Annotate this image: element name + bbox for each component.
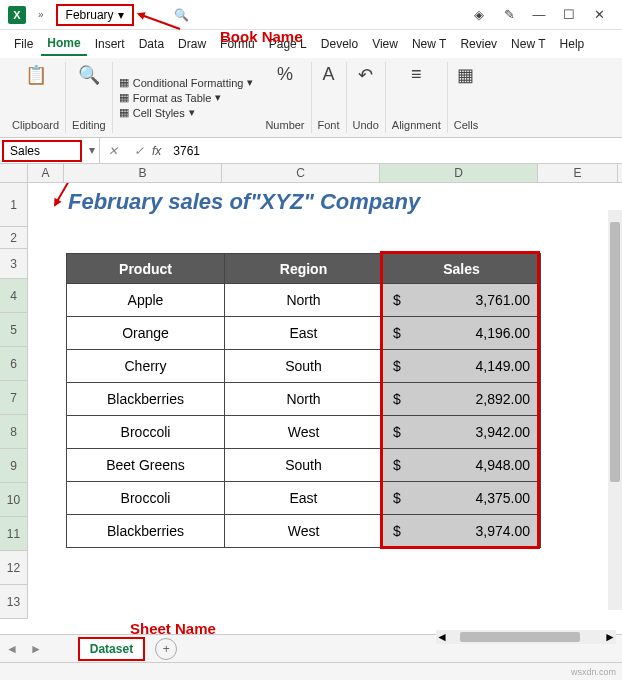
close-button[interactable]: ✕ (584, 7, 614, 22)
row-header-9[interactable]: 9 (0, 449, 28, 483)
cell-product[interactable]: Cherry (67, 350, 225, 383)
cell-region[interactable]: South (225, 350, 383, 383)
cell-region[interactable]: East (225, 317, 383, 350)
scroll-right-icon[interactable]: ► (604, 630, 616, 644)
ribbon-editing[interactable]: 🔍 Editing (66, 62, 113, 133)
sheet-nav-next[interactable]: ► (24, 642, 48, 656)
table-header-sales[interactable]: Sales (383, 254, 541, 284)
cell-sales[interactable]: $3,942.00 (383, 416, 541, 449)
menu-tab-help[interactable]: Help (554, 33, 591, 55)
ribbon-undo[interactable]: ↶ Undo (347, 62, 386, 133)
vertical-scrollbar[interactable] (608, 210, 622, 610)
cell-region[interactable]: North (225, 383, 383, 416)
menu-tab-reviev[interactable]: Reviev (454, 33, 503, 55)
title-bar: X » February ▾ 🔍 ◈ ✎ — ☐ ✕ (0, 0, 622, 30)
row-header-10[interactable]: 10 (0, 483, 28, 517)
formula-enter[interactable]: ✓ (126, 144, 152, 158)
cell-region[interactable]: West (225, 416, 383, 449)
cell-product[interactable]: Beet Greens (67, 449, 225, 482)
workbook-name-dropdown[interactable]: February ▾ (56, 4, 134, 26)
menu-tab-home[interactable]: Home (41, 32, 86, 56)
ribbon-font[interactable]: A Font (312, 62, 347, 133)
minimize-button[interactable]: — (524, 7, 554, 22)
namebox-dropdown-icon[interactable]: ▾ (84, 138, 100, 163)
menu-tab-newt[interactable]: New T (505, 33, 551, 55)
sheet-nav-prev[interactable]: ◄ (0, 642, 24, 656)
row-header-5[interactable]: 5 (0, 313, 28, 347)
search-icon[interactable]: 🔍 (174, 8, 189, 22)
row-header-12[interactable]: 12 (0, 551, 28, 585)
sheet-tab-bar: ◄ ► Dataset + ◄ ► (0, 634, 622, 662)
row-header-1[interactable]: 1 (0, 183, 28, 227)
cell-product[interactable]: Apple (67, 284, 225, 317)
menu-tab-file[interactable]: File (8, 33, 39, 55)
cell-sales[interactable]: $4,948.00 (383, 449, 541, 482)
cell-sales[interactable]: $3,761.00 (383, 284, 541, 317)
cell-sales[interactable]: $4,196.00 (383, 317, 541, 350)
sheet-tab-dataset[interactable]: Dataset (78, 637, 145, 661)
menu-tab-pagel[interactable]: Page L (263, 33, 313, 55)
row-header-7[interactable]: 7 (0, 381, 28, 415)
col-header-D[interactable]: D (380, 164, 538, 182)
conditional-formatting-button[interactable]: ▦ Conditional Formatting ▾ (119, 76, 254, 89)
diamond-icon[interactable]: ◈ (464, 7, 494, 22)
cell-sales[interactable]: $4,149.00 (383, 350, 541, 383)
cell-region[interactable]: North (225, 284, 383, 317)
row-header-11[interactable]: 11 (0, 517, 28, 551)
cell-sales[interactable]: $4,375.00 (383, 482, 541, 515)
format-as-table-button[interactable]: ▦ Format as Table ▾ (119, 91, 254, 104)
row-header-6[interactable]: 6 (0, 347, 28, 381)
font-icon: A (323, 64, 335, 85)
cell-sales[interactable]: $3,974.00 (383, 515, 541, 548)
fx-icon[interactable]: fx (152, 144, 167, 158)
formula-input[interactable]: 3761 (167, 144, 622, 158)
ribbon-styles: ▦ Conditional Formatting ▾ ▦ Format as T… (113, 62, 260, 133)
col-header-A[interactable]: A (28, 164, 64, 182)
menu-tab-data[interactable]: Data (133, 33, 170, 55)
cell-product[interactable]: Blackberries (67, 383, 225, 416)
row-header-13[interactable]: 13 (0, 585, 28, 619)
row-header-2[interactable]: 2 (0, 227, 28, 249)
undo-icon: ↶ (358, 64, 373, 86)
row-header-3[interactable]: 3 (0, 249, 28, 279)
table-header-product[interactable]: Product (67, 254, 225, 284)
table-row: BlackberriesWest$3,974.00 (67, 515, 541, 548)
pen-icon[interactable]: ✎ (494, 7, 524, 22)
cell-product[interactable]: Orange (67, 317, 225, 350)
cell-region[interactable]: East (225, 482, 383, 515)
cell-styles-button[interactable]: ▦ Cell Styles ▾ (119, 106, 254, 119)
cell-sales[interactable]: $2,892.00 (383, 383, 541, 416)
ribbon-clipboard[interactable]: 📋 Clipboard (6, 62, 66, 133)
select-all-corner[interactable] (0, 164, 28, 182)
ribbon-alignment[interactable]: ≡ Alignment (386, 62, 448, 133)
ribbon-number[interactable]: % Number (259, 62, 311, 133)
menu-tab-newt[interactable]: New T (406, 33, 452, 55)
horizontal-scrollbar[interactable]: ◄ ► (436, 630, 616, 644)
cell-product[interactable]: Broccoli (67, 482, 225, 515)
col-header-B[interactable]: B (64, 164, 222, 182)
menu-tab-insert[interactable]: Insert (89, 33, 131, 55)
name-box[interactable] (2, 140, 82, 162)
ribbon-cells[interactable]: ▦ Cells (448, 62, 484, 133)
scroll-left-icon[interactable]: ◄ (436, 630, 448, 644)
col-header-C[interactable]: C (222, 164, 380, 182)
row-header-8[interactable]: 8 (0, 415, 28, 449)
cell-region[interactable]: South (225, 449, 383, 482)
menu-tab-develo[interactable]: Develo (315, 33, 364, 55)
menu-tab-formu[interactable]: Formu (214, 33, 261, 55)
menu-tab-view[interactable]: View (366, 33, 404, 55)
cells-area[interactable]: February sales of"XYZ" Company ProductRe… (28, 183, 622, 619)
col-header-E[interactable]: E (538, 164, 618, 182)
table-header-region[interactable]: Region (225, 254, 383, 284)
quick-access-chevron-icon[interactable]: » (38, 9, 44, 20)
add-sheet-button[interactable]: + (155, 638, 177, 660)
row-header-4[interactable]: 4 (0, 279, 28, 313)
formula-cancel[interactable]: ✕ (100, 144, 126, 158)
data-table: ProductRegionSalesAppleNorth$3,761.00Ora… (66, 253, 541, 548)
maximize-button[interactable]: ☐ (554, 7, 584, 22)
cell-product[interactable]: Blackberries (67, 515, 225, 548)
menu-tab-draw[interactable]: Draw (172, 33, 212, 55)
cell-product[interactable]: Broccoli (67, 416, 225, 449)
workbook-name: February (66, 8, 114, 22)
cell-region[interactable]: West (225, 515, 383, 548)
